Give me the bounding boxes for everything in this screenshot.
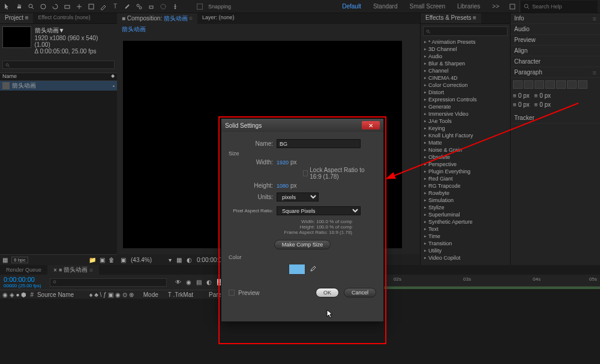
effect-category[interactable]: RG Trapcode — [421, 182, 510, 189]
paragraph-panel[interactable]: Paragraph≡ — [511, 67, 600, 78]
composition-tab[interactable]: ■ Composition: 箭头动画 ≡ — [117, 13, 197, 24]
comp-breadcrumb[interactable]: 箭头动画 — [122, 25, 146, 34]
name-column[interactable]: Name — [2, 73, 17, 80]
new-folder-icon[interactable]: 📁 — [89, 257, 96, 263]
effect-category[interactable]: Blur & Sharpen — [421, 60, 510, 67]
effect-category[interactable]: JAe Tools — [421, 118, 510, 125]
indent-left[interactable]: 0 px — [518, 92, 530, 99]
indent-right[interactable]: 0 px — [539, 92, 551, 99]
ok-button[interactable]: OK — [316, 288, 339, 297]
effect-category[interactable]: Simulation — [421, 197, 510, 204]
current-timecode[interactable]: 0:00:00:00 — [4, 276, 41, 283]
justify-all-button[interactable] — [578, 80, 587, 89]
orbit-tool-icon[interactable] — [38, 2, 48, 11]
brush-tool-icon[interactable] — [122, 2, 132, 11]
pen-tool-icon[interactable] — [98, 2, 108, 11]
effect-category[interactable]: Obsolete — [421, 154, 510, 161]
magnify-icon[interactable]: ▣ — [121, 257, 126, 263]
av-toggles[interactable]: ◉ ◈ ● ⬢ — [2, 291, 26, 298]
align-panel[interactable]: Align — [511, 46, 600, 56]
trash-icon[interactable]: 🗑 — [109, 257, 115, 263]
space-before[interactable]: 0 px — [518, 101, 530, 108]
effect-category[interactable]: Video Copilot — [421, 254, 510, 261]
effect-category[interactable]: Generate — [421, 103, 510, 110]
label-column-icon[interactable]: ◆ — [111, 73, 115, 80]
effect-category[interactable]: * Animation Presets — [421, 38, 510, 46]
effects-search[interactable] — [423, 26, 508, 36]
workspace-reset-icon[interactable] — [508, 2, 517, 11]
effects-tab[interactable]: Effects & Presets ≡ — [421, 13, 481, 23]
eyedropper-icon[interactable] — [309, 266, 316, 273]
zoom-dropdown[interactable]: (43.4%) — [131, 257, 152, 263]
bpc-toggle[interactable]: 8 bpc — [11, 257, 28, 263]
preview-panel[interactable]: Preview — [511, 35, 600, 46]
space-after[interactable]: 0 px — [539, 101, 551, 108]
text-tool-icon[interactable]: T — [110, 2, 120, 11]
effect-category[interactable]: Text — [421, 225, 510, 233]
color-swatch[interactable] — [289, 264, 305, 275]
effect-category[interactable]: Stylize — [421, 204, 510, 211]
workspace-default[interactable]: Default — [336, 1, 367, 11]
effect-category[interactable]: Plugin Everything — [421, 168, 510, 175]
project-tab[interactable]: Project ≡ — [0, 13, 33, 23]
audio-panel[interactable]: Audio — [511, 24, 600, 35]
preview-checkbox[interactable] — [229, 290, 235, 296]
info-panel[interactable]: Info≡ — [511, 13, 600, 24]
trkmat-col[interactable]: T .TrkMat — [168, 291, 193, 298]
character-panel[interactable]: Character — [511, 56, 600, 67]
make-comp-size-button[interactable]: Make Comp Size — [274, 240, 331, 249]
project-item[interactable]: 箭头动画 ▪ — [0, 81, 117, 91]
tracker-panel[interactable]: Tracker — [511, 113, 600, 124]
snapping-checkbox[interactable] — [197, 4, 203, 10]
help-search-input[interactable] — [532, 4, 586, 10]
effect-category[interactable]: Superluminal — [421, 211, 510, 218]
dialog-titlebar[interactable]: Solid Settings ✕ — [221, 119, 383, 132]
effect-category[interactable]: Synthetic Aperture — [421, 218, 510, 225]
comp-thumbnail[interactable] — [2, 26, 31, 48]
zoom-tool-icon[interactable] — [26, 2, 36, 11]
timeline-comp-tab[interactable]: × ■ 箭头动画 ≡ — [47, 265, 99, 275]
mode-col[interactable]: Mode — [143, 291, 158, 298]
effect-category[interactable]: Time — [421, 233, 510, 240]
workspace-more[interactable]: >> — [486, 1, 505, 11]
effect-category[interactable]: 3D Channel — [421, 46, 510, 53]
effect-category[interactable]: Knoll Light Factory — [421, 132, 510, 139]
rotate-tool-icon[interactable] — [50, 2, 60, 11]
effect-category[interactable]: Distort — [421, 89, 510, 96]
mask-icon[interactable]: ◐ — [187, 257, 192, 263]
lock-aspect-checkbox[interactable] — [303, 170, 308, 176]
effect-category[interactable]: Red Giant — [421, 175, 510, 182]
effect-category[interactable]: Expression Controls — [421, 96, 510, 103]
effect-category[interactable]: Transition — [421, 240, 510, 247]
align-center-button[interactable] — [524, 80, 533, 89]
rect-tool-icon[interactable] — [86, 2, 96, 11]
source-name-col[interactable]: Source Name — [37, 291, 74, 298]
effect-controls-tab[interactable]: Effect Controls (none) — [33, 13, 95, 23]
height-value[interactable]: 1080 — [277, 183, 289, 189]
effect-category[interactable]: Keying — [421, 125, 510, 132]
eraser-tool-icon[interactable] — [146, 2, 156, 11]
hand-tool-icon[interactable] — [14, 2, 24, 11]
workspace-small[interactable]: Small Screen — [403, 1, 451, 11]
name-input[interactable] — [277, 139, 361, 148]
justify-left-button[interactable] — [545, 80, 555, 89]
render-queue-tab[interactable]: Render Queue — [0, 265, 47, 275]
switches[interactable]: ♠ ♣ \ ƒ ▣ ◉ ⊙ ⊕ — [89, 291, 134, 298]
par-select[interactable]: Square Pixels — [277, 206, 361, 215]
effect-category[interactable]: CINEMA 4D — [421, 74, 510, 82]
new-comp-icon[interactable]: ▣ — [100, 257, 105, 263]
shy-icon[interactable]: 👁 — [175, 279, 181, 285]
puppet-tool-icon[interactable] — [170, 2, 180, 11]
justify-right-button[interactable] — [567, 80, 577, 89]
timeline-search[interactable] — [50, 278, 167, 287]
frame-blend-icon[interactable]: ▤ — [196, 279, 202, 285]
effect-category[interactable]: Color Correction — [421, 82, 510, 89]
workspace-libraries[interactable]: Libraries — [451, 1, 486, 11]
camera-tool-icon[interactable] — [62, 2, 72, 11]
align-right-button[interactable] — [535, 80, 544, 89]
effect-category[interactable]: Audio — [421, 53, 510, 60]
effect-category[interactable]: Noise & Grain — [421, 146, 510, 154]
effect-category[interactable]: Perspective — [421, 161, 510, 168]
draft3d-icon[interactable]: ◉ — [186, 279, 191, 285]
selection-tool-icon[interactable] — [2, 2, 12, 11]
